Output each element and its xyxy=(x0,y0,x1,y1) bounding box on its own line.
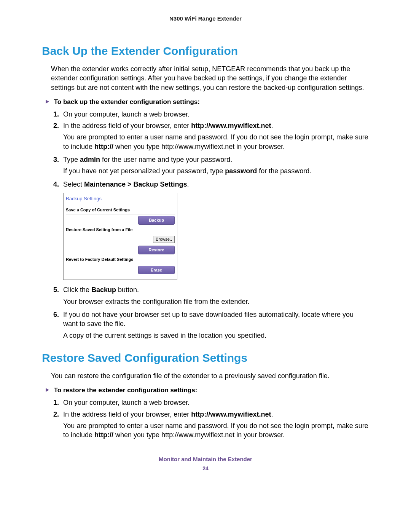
backup-button[interactable]: Backup xyxy=(138,216,175,225)
arrow-bullet-icon xyxy=(46,388,49,392)
step-text-post: . xyxy=(187,181,189,188)
erase-button[interactable]: Erase xyxy=(138,266,175,275)
panel-group-erase: Revert to Factory Default Settings Erase xyxy=(66,257,175,275)
step-2: 2. In the address field of your browser,… xyxy=(53,121,369,151)
step-text: On your computer, launch a web browser. xyxy=(63,110,190,118)
page-footer: Monitor and Maintain the Extender 24 xyxy=(42,456,369,471)
task-heading-text: To restore the extender configuration se… xyxy=(54,387,198,394)
footer-chapter: Monitor and Maintain the Extender xyxy=(42,456,369,462)
step-text-post: . xyxy=(271,411,273,418)
step-text: If you do not have your browser set up t… xyxy=(63,311,354,328)
step-text-pre: In the address field of your browser, en… xyxy=(63,411,191,418)
note-bold: http:// xyxy=(94,143,113,150)
panel-row: Browse.. xyxy=(66,234,175,243)
step-text-post: for the user name and type your password… xyxy=(100,156,232,163)
step-text: On your computer, launch a web browser. xyxy=(63,399,190,406)
step-number: 1. xyxy=(53,398,59,407)
step-bold: Maintenance > Backup Settings xyxy=(84,181,187,188)
note-pre: If you have not yet personalized your pa… xyxy=(63,167,225,175)
panel-group-restore: Restore Saved Setting from a File Browse… xyxy=(66,227,175,254)
step-2: 2. In the address field of your browser,… xyxy=(53,410,369,440)
panel-row: Backup xyxy=(66,214,175,225)
step-number: 4. xyxy=(53,180,59,189)
step-note: You are prompted to enter a user name an… xyxy=(63,421,369,440)
note-post: when you type http://www.mywifiext.net i… xyxy=(113,143,285,150)
task-heading-backup: To back up the extender configuration se… xyxy=(46,98,369,106)
heading-restore: Restore Saved Configuration Settings xyxy=(42,351,369,364)
step-number: 2. xyxy=(53,410,59,419)
group-label: Save a Copy of Current Settings xyxy=(66,207,175,213)
document-page: N300 WiFi Range Extender Back Up the Ext… xyxy=(0,0,411,532)
browse-button[interactable]: Browse.. xyxy=(153,236,175,243)
note-bold: password xyxy=(225,167,257,175)
panel-row: Restore xyxy=(66,244,175,254)
group-label: Restore Saved Setting from a File xyxy=(66,227,175,233)
restore-button[interactable]: Restore xyxy=(138,246,175,254)
arrow-bullet-icon xyxy=(46,100,49,104)
step-3: 3. Type admin for the user name and type… xyxy=(53,155,369,176)
doc-header: N300 WiFi Range Extender xyxy=(42,15,369,22)
footer-page-number: 24 xyxy=(42,465,369,471)
step-note: If you have not yet personalized your pa… xyxy=(63,166,369,176)
step-text-pre: Select xyxy=(63,181,84,188)
step-text-pre: Click the xyxy=(63,286,91,294)
step-bold: Backup xyxy=(91,286,116,294)
note-bold: http:// xyxy=(94,431,113,439)
step-5: 5. Click the Backup button. Your browser… xyxy=(53,285,369,306)
step-url: http://www.mywifiext.net xyxy=(191,122,271,129)
step-note: A copy of the current settings is saved … xyxy=(63,331,369,340)
task-heading-text: To back up the extender configuration se… xyxy=(54,98,200,105)
step-note: You are prompted to enter a user name an… xyxy=(63,133,369,151)
panel-row: Erase xyxy=(66,264,175,275)
group-label: Revert to Factory Default Settings xyxy=(66,257,175,262)
step-1: 1. On your computer, launch a web browse… xyxy=(53,398,369,407)
step-number: 3. xyxy=(53,155,59,164)
step-note: Your browser extracts the configuration … xyxy=(63,297,369,306)
backup-settings-panel: Backup Settings Save a Copy of Current S… xyxy=(63,193,177,280)
step-4: 4. Select Maintenance > Backup Settings.… xyxy=(53,180,369,280)
step-url: http://www.mywifiext.net xyxy=(191,411,271,418)
note-post: for the password. xyxy=(257,167,311,175)
step-number: 2. xyxy=(53,121,59,130)
note-post: when you type http://www.mywifiext.net i… xyxy=(113,431,285,439)
heading-backup: Back Up the Extender Configuration xyxy=(42,45,369,58)
panel-group-save: Save a Copy of Current Settings Backup xyxy=(66,207,175,225)
step-text-post: . xyxy=(271,122,273,129)
step-6: 6. If you do not have your browser set u… xyxy=(53,310,369,340)
step-text-pre: In the address field of your browser, en… xyxy=(63,122,191,129)
step-text-post: button. xyxy=(116,286,139,294)
backup-steps-list: 1. On your computer, launch a web browse… xyxy=(53,110,369,340)
restore-steps-list: 1. On your computer, launch a web browse… xyxy=(53,398,369,439)
step-number: 6. xyxy=(53,310,59,319)
step-bold: admin xyxy=(80,156,100,163)
step-text-pre: Type xyxy=(63,156,80,163)
footer-divider xyxy=(42,451,369,451)
step-number: 5. xyxy=(53,285,59,294)
intro-paragraph: When the extender works correctly after … xyxy=(51,64,369,92)
step-number: 1. xyxy=(53,110,59,119)
step-1: 1. On your computer, launch a web browse… xyxy=(53,110,369,119)
panel-title: Backup Settings xyxy=(66,195,175,204)
intro-paragraph-restore: You can restore the configuration file o… xyxy=(51,371,369,380)
task-heading-restore: To restore the extender configuration se… xyxy=(46,387,369,394)
